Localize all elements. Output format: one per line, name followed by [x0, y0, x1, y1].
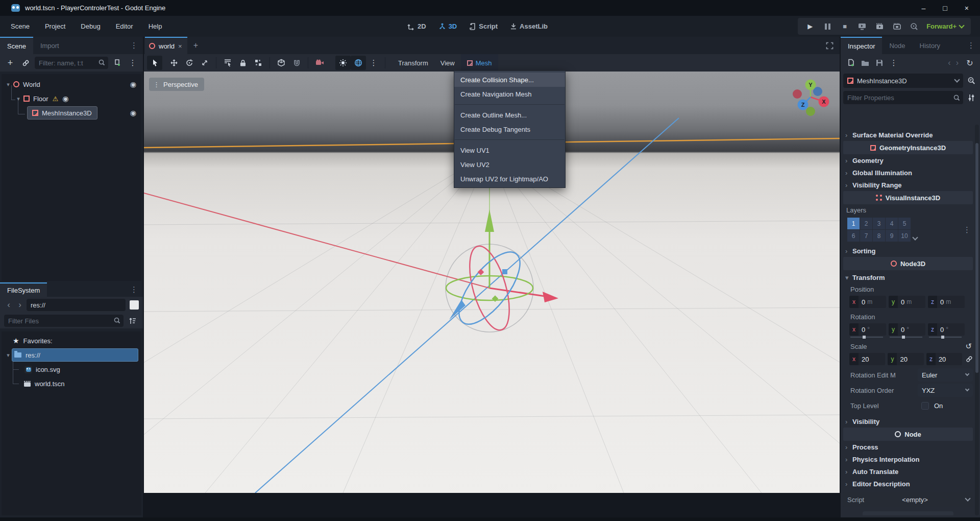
select-mode-button[interactable] [147, 56, 162, 70]
fs-forward-button[interactable]: › [15, 300, 24, 310]
minimize-button[interactable]: – [922, 4, 926, 12]
history-forward-button[interactable]: › [956, 58, 959, 67]
move-mode-button[interactable] [166, 56, 182, 70]
fs-row-res[interactable]: ▾ res:// [2, 348, 141, 362]
visibility-eye-icon[interactable]: ◉ [130, 80, 136, 88]
tab-inspector[interactable]: Inspector [841, 37, 882, 54]
menu-item-create-outline-mesh[interactable]: Create Outline Mesh... [454, 108, 565, 122]
layer-cell-1[interactable]: 1 [847, 218, 860, 229]
fs-filter-input[interactable] [4, 315, 124, 327]
position-x-field[interactable]: x 0 m [849, 296, 886, 308]
inspector-menu-button[interactable]: ⋮ [962, 37, 980, 54]
tab-node[interactable]: Node [882, 37, 912, 54]
layers-expand-icon[interactable] [912, 234, 918, 240]
ruler-mode-button[interactable] [274, 56, 289, 70]
scene-tree-menu-button[interactable]: ⋮ [127, 57, 139, 69]
distraction-free-icon[interactable] [826, 42, 834, 50]
new-resource-button[interactable] [845, 57, 857, 69]
gizmo-x-axis-handle[interactable] [144, 193, 558, 302]
expand-arrow-icon[interactable]: ▾ [15, 96, 22, 102]
rotate-mode-button[interactable] [182, 56, 197, 70]
list-select-button[interactable] [220, 56, 235, 70]
rotation-x-field[interactable]: x 0 ° [849, 323, 886, 336]
scene-filter-input[interactable] [35, 57, 108, 69]
fs-row-world-tscn[interactable]: world.tscn [2, 376, 141, 391]
menu-help[interactable]: Help [142, 20, 168, 33]
inspector-scrollbar[interactable] [975, 125, 979, 515]
layer-cell-8[interactable]: 8 [873, 230, 885, 242]
scale-mode-button[interactable] [197, 56, 212, 70]
edited-object-select[interactable]: MeshInstance3D [843, 74, 963, 88]
add-metadata-button[interactable]: + Add Metadata [863, 511, 953, 515]
new-scene-tab-button[interactable]: + [187, 37, 204, 54]
manage-properties-button[interactable] [965, 91, 977, 104]
group-visibility[interactable]: › Visibility [843, 415, 973, 428]
tree-row-world[interactable]: ▾ World ◉ [2, 77, 141, 91]
menu-item-view-uv1[interactable]: View UV1 [454, 143, 565, 157]
scale-link-icon[interactable] [966, 356, 973, 363]
rotation-z-slider[interactable] [929, 337, 962, 338]
rotation-x-slider[interactable] [850, 337, 883, 338]
lock-selected-button[interactable] [235, 56, 251, 70]
rotation-z-field[interactable]: z 0 ° [928, 323, 965, 336]
rotation-edit-mode-select[interactable]: Euler [918, 368, 973, 382]
close-tab-icon[interactable]: × [178, 42, 182, 50]
play-button[interactable]: ▶ [803, 20, 817, 33]
scene-dock-menu-button[interactable]: ⋮ [125, 37, 143, 54]
group-process[interactable]: › Process [843, 441, 973, 453]
open-docs-button[interactable] [965, 75, 977, 87]
menu-project[interactable]: Project [39, 20, 71, 33]
expand-arrow-icon[interactable]: ▾ [5, 81, 12, 88]
viewport-options-button[interactable]: ⋮ [366, 56, 381, 70]
fs-path[interactable]: res:// [27, 299, 126, 311]
group-transform[interactable]: ▾ Transform [843, 271, 973, 283]
tab-history[interactable]: History [913, 37, 947, 54]
position-y-field[interactable]: y 0 m [889, 296, 925, 308]
instance-scene-button[interactable] [19, 57, 32, 69]
history-back-button[interactable]: ‹ [948, 58, 950, 67]
perspective-menu-button[interactable]: ⋮ Perspective [149, 78, 204, 91]
rotation-order-select[interactable]: YXZ [918, 384, 973, 397]
visibility-eye-icon[interactable]: ◉ [62, 94, 68, 103]
revert-scale-icon[interactable]: ↺ [965, 342, 972, 351]
workspace-3d-button[interactable]: 3D [434, 20, 461, 32]
resource-options-button[interactable]: ⋮ [888, 57, 900, 69]
fs-row-icon-svg[interactable]: icon.svg [2, 362, 141, 376]
position-z-field[interactable]: z 0 m [928, 296, 965, 308]
transform-menu[interactable]: Transform [392, 59, 434, 67]
menu-item-unwrap-uv2[interactable]: Unwrap UV2 for Lightmap/AO [454, 172, 565, 186]
preview-sunlight-button[interactable] [335, 56, 351, 70]
group-surface-material-override[interactable]: › Surface Material Override [843, 129, 973, 141]
chevron-down-icon[interactable] [965, 495, 970, 501]
view-menu[interactable]: View [434, 59, 461, 67]
workspace-2d-button[interactable]: 2D [403, 20, 430, 32]
axis-ball-neg-x[interactable] [793, 89, 802, 99]
rotation-y-slider[interactable] [890, 337, 922, 338]
layer-cell-2[interactable]: 2 [860, 218, 872, 229]
fs-sort-button[interactable] [127, 315, 139, 327]
group-editor-description[interactable]: › Editor Description [843, 478, 973, 490]
workspace-assetlib-button[interactable]: AssetLib [506, 20, 552, 32]
pause-button[interactable] [820, 20, 835, 33]
filesystem-menu-button[interactable]: ⋮ [125, 282, 143, 297]
preview-camera-button[interactable] [312, 56, 327, 70]
menu-item-create-debug-tangents[interactable]: Create Debug Tangents [454, 122, 565, 136]
layer-cell-3[interactable]: 3 [873, 218, 885, 229]
layer-cell-5[interactable]: 5 [898, 218, 911, 229]
tree-row-meshinstance3d[interactable]: MeshInstance3D ◉ [2, 106, 141, 120]
inspector-filter-input[interactable] [843, 91, 963, 104]
menu-item-create-collision-shape[interactable]: Create Collision Shape... [454, 73, 565, 87]
fs-split-mode-button[interactable] [130, 300, 139, 310]
close-button[interactable]: × [965, 4, 969, 12]
attach-script-button[interactable] [111, 57, 124, 69]
workspace-script-button[interactable]: Script [465, 20, 502, 32]
group-auto-translate[interactable]: › Auto Translate [843, 465, 973, 478]
axis-navigation-gizmo[interactable]: Y X Z [793, 80, 829, 116]
snap-mode-button[interactable] [289, 56, 304, 70]
fs-row-favorites[interactable]: ★ Favorites: [2, 334, 141, 348]
layer-cell-9[interactable]: 9 [886, 230, 898, 242]
menu-editor[interactable]: Editor [110, 20, 139, 33]
play-custom-scene-button[interactable] [890, 20, 904, 33]
layer-cell-6[interactable]: 6 [847, 230, 860, 242]
group-global-illumination[interactable]: › Global Illumination [843, 167, 973, 179]
